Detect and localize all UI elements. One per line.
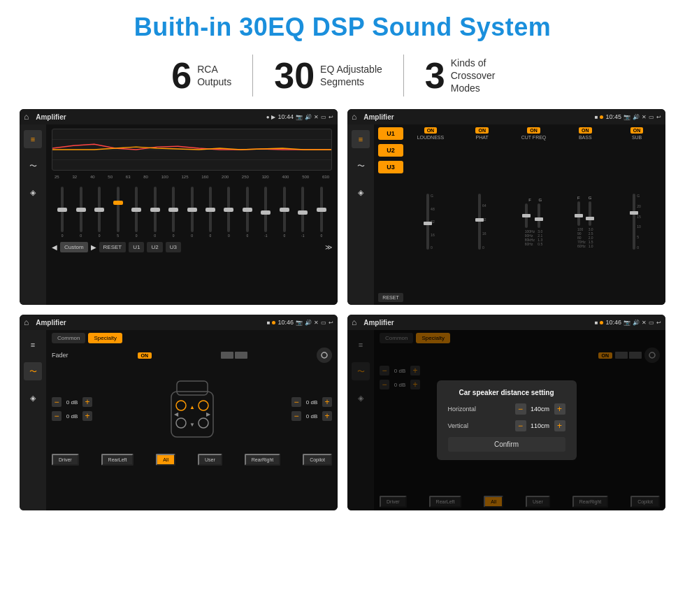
rearLeft-btn[interactable]: RearLeft (101, 454, 134, 466)
eq-icon-btn-3[interactable]: ≡ (24, 336, 42, 354)
loudness-on[interactable]: ON (424, 127, 438, 134)
eq-track-14[interactable] (320, 187, 323, 232)
eq-track-11[interactable] (264, 187, 267, 232)
eq-track-7[interactable] (191, 187, 194, 232)
specialty-tab[interactable]: Specialty (88, 333, 122, 343)
forward-icon[interactable]: ≫ (325, 243, 332, 251)
next-arrow[interactable]: ▶ (91, 243, 96, 251)
reset-btn[interactable]: RESET (99, 242, 127, 252)
cutfreq-track-f[interactable] (525, 203, 528, 228)
eq-track-4[interactable] (135, 187, 138, 232)
horizontal-label: Horizontal (448, 406, 477, 413)
eq-track-8[interactable] (209, 187, 212, 232)
wave-icon-btn-2[interactable]: 〜 (352, 157, 370, 175)
bass-track-g[interactable] (589, 201, 591, 226)
vertical-minus[interactable]: − (515, 420, 526, 431)
window-icon-3: ▭ (321, 320, 326, 326)
eq-slider-5: 0 (147, 187, 162, 238)
vertical-plus[interactable]: + (554, 420, 565, 431)
eq-track-3[interactable] (117, 187, 120, 232)
loudness-track[interactable] (426, 194, 429, 250)
horizontal-plus[interactable]: + (554, 403, 565, 415)
eq-icon-btn-2[interactable]: ≡ (352, 130, 370, 148)
freq-160: 160 (201, 175, 208, 179)
all-btn[interactable]: All (156, 454, 175, 466)
settings-icon[interactable] (317, 348, 332, 363)
close-icon-4: ✕ (642, 320, 647, 326)
sub-on[interactable]: ON (630, 127, 644, 134)
home-icon-2[interactable]: ⌂ (352, 112, 356, 122)
db-minus-lb[interactable]: − (52, 411, 62, 421)
fader-bottom: Driver RearLeft All User RearRight Copil… (52, 454, 332, 466)
home-icon-3[interactable]: ⌂ (24, 317, 29, 327)
db-plus-lb[interactable]: + (82, 411, 92, 421)
svg-point-3 (322, 352, 327, 358)
orange-dot-4 (600, 321, 603, 324)
stat-crossover-label: Kinds ofCrossover Modes (451, 57, 514, 95)
speaker-icon-btn-2[interactable]: ◈ (352, 183, 370, 201)
bass-slider: F 100908070Hz60Hz G (577, 141, 593, 302)
driver-btn[interactable]: Driver (52, 454, 79, 466)
horizontal-control: − 140cm + (515, 403, 565, 415)
dialog-overlay: Car speaker distance setting Horizontal … (347, 330, 665, 510)
sub-track[interactable] (633, 194, 635, 250)
eq-track-0[interactable] (61, 187, 64, 232)
db-value-rb: 0 dB (303, 413, 320, 420)
db-minus-rt[interactable]: − (291, 397, 301, 407)
eq-track-12[interactable] (283, 187, 286, 232)
eq-track-9[interactable] (227, 187, 230, 232)
phat-on[interactable]: ON (475, 127, 489, 134)
custom-btn[interactable]: Custom (60, 242, 88, 252)
ch-loudness: ON LOUDNESS G 48 32 16 (406, 127, 455, 302)
phat-slider: 64 32 16 0 (478, 141, 486, 302)
horizontal-minus[interactable]: − (515, 403, 526, 415)
eq-icon-btn[interactable]: ≡ (24, 130, 42, 148)
eq-slider-10: 0 (240, 187, 255, 238)
common-tab[interactable]: Common (52, 333, 85, 343)
bass-on[interactable]: ON (579, 127, 592, 134)
window-icon-2: ▭ (649, 114, 654, 120)
u2-btn[interactable]: U2 (147, 242, 162, 252)
ch-phat: ON PHAT 64 32 16 (458, 127, 507, 302)
rearRight-btn[interactable]: RearRight (245, 454, 281, 466)
home-icon[interactable]: ⌂ (24, 112, 29, 122)
speaker-icon-btn-3[interactable]: ◈ (24, 389, 42, 407)
camera-icon-3: 📷 (296, 320, 303, 326)
cutfreq-track-g[interactable] (538, 203, 540, 228)
prev-arrow[interactable]: ◀ (52, 243, 57, 251)
speaker-icon-btn[interactable]: ◈ (24, 183, 42, 201)
u1-btn[interactable]: U1 (129, 242, 144, 252)
eq-track-10[interactable] (246, 187, 249, 232)
screen4-title: Amplifier (363, 319, 591, 327)
copilot-btn[interactable]: Copilot (303, 454, 332, 466)
eq-track-2[interactable] (98, 187, 101, 232)
eq-track-1[interactable] (80, 187, 82, 232)
bass-track-f[interactable] (577, 201, 580, 226)
phat-track[interactable] (478, 194, 481, 250)
wave-icon-btn[interactable]: 〜 (24, 157, 42, 175)
confirm-button[interactable]: Confirm (448, 437, 565, 452)
dialog-horizontal-row: Horizontal − 140cm + (448, 403, 565, 415)
user-btn[interactable]: User (198, 454, 222, 466)
db-minus-rb[interactable]: − (291, 411, 301, 421)
eq-track-13[interactable] (301, 187, 304, 232)
db-plus-rb[interactable]: + (322, 411, 332, 421)
db-minus-lt[interactable]: − (52, 397, 62, 407)
crossover-reset-btn[interactable]: RESET (378, 293, 403, 302)
eq-track-6[interactable] (172, 187, 175, 232)
db-plus-rt[interactable]: + (322, 397, 332, 407)
wave-icon-btn-3[interactable]: 〜 (24, 362, 42, 380)
eq-slider-8: 0 (203, 187, 218, 238)
cutfreq-on[interactable]: ON (527, 127, 540, 134)
eq-track-5[interactable] (154, 187, 157, 232)
fader-on-badge[interactable]: ON (138, 352, 152, 359)
home-icon-4[interactable]: ⌂ (352, 317, 356, 327)
u1-select-btn[interactable]: U1 (378, 127, 403, 140)
u3-btn[interactable]: U3 (166, 242, 181, 252)
u3-select-btn[interactable]: U3 (378, 161, 403, 173)
crossover-main-area: U1 U2 U3 RESET ON LOUDNESS (374, 124, 665, 305)
freq-630: 630 (322, 175, 329, 179)
screen3-content: ≡ 〜 ◈ Common Specialty Fader ON (20, 330, 338, 510)
u2-select-btn[interactable]: U2 (378, 144, 403, 157)
db-plus-lt[interactable]: + (82, 397, 92, 407)
